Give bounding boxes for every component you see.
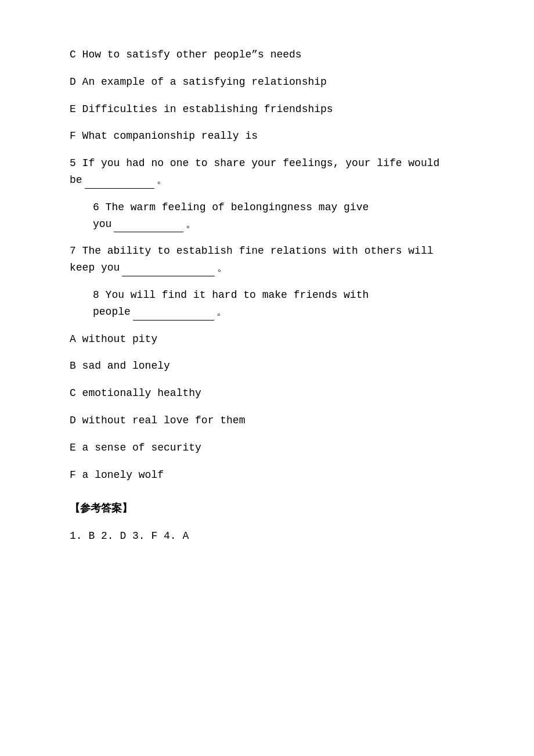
option-c-text: C How to satisfy other people”s needs	[70, 49, 302, 60]
q5-blank	[85, 188, 154, 189]
q7-blank	[122, 276, 215, 276]
option-d-line: D An example of a satisfying relationshi…	[46, 74, 488, 91]
q8-first-line: 8 You will find it hard to make friends …	[93, 287, 488, 304]
ref-answer-line: 1. B 2. D 3. F 4. A	[46, 528, 488, 545]
ans-a-line: A without pity	[46, 331, 488, 348]
ans-e-text: E a sense of security	[70, 442, 201, 453]
question-6: 6 The warm feeling of belongingness may …	[46, 199, 488, 233]
question-8: 8 You will find it hard to make friends …	[46, 287, 488, 321]
option-d-text: D An example of a satisfying relationshi…	[70, 76, 327, 88]
ans-e-line: E a sense of security	[46, 440, 488, 456]
q6-blank	[114, 232, 183, 232]
q6-first-line: 6 The warm feeling of belongingness may …	[93, 199, 488, 216]
ref-label-line: 【参考答案】	[46, 501, 488, 517]
ans-b-line: B sad and lonely	[46, 358, 488, 375]
q8-second-line: people。	[93, 304, 488, 321]
ref-answer-text: 1. B 2. D 3. F 4. A	[70, 530, 189, 542]
option-f-line: F What companionship really is	[46, 128, 488, 145]
ans-c-line: C emotionally healthy	[46, 385, 488, 402]
option-e-line: E Difficulties in establishing friendshi…	[46, 101, 488, 118]
q5-first-line: 5 If you had no one to share your feelin…	[70, 155, 488, 172]
reference-answer-section: 【参考答案】 1. B 2. D 3. F 4. A	[46, 501, 488, 545]
option-f-text: F What companionship really is	[70, 130, 258, 142]
ans-a-text: A without pity	[70, 333, 157, 345]
q7-second-line: keep you。	[70, 260, 488, 276]
q6-second-line: you。	[93, 216, 488, 233]
ans-b-text: B sad and lonely	[70, 360, 170, 372]
ans-f-line: F a lonely wolf	[46, 467, 488, 484]
ans-f-text: F a lonely wolf	[70, 469, 164, 481]
page-content: C How to satisfy other people”s needs D …	[0, 0, 534, 590]
ans-d-text: D without real love for them	[70, 415, 245, 426]
ans-c-text: C emotionally healthy	[70, 387, 201, 399]
q7-first-line: 7 The ability to establish fine relation…	[70, 243, 488, 260]
q8-blank	[133, 320, 214, 321]
ans-d-line: D without real love for them	[46, 412, 488, 429]
q5-second-line: be。	[70, 172, 488, 189]
option-c-line: C How to satisfy other people”s needs	[46, 46, 488, 63]
question-5: 5 If you had no one to share your feelin…	[46, 155, 488, 189]
option-e-text: E Difficulties in establishing friendshi…	[70, 103, 333, 115]
question-7: 7 The ability to establish fine relation…	[46, 243, 488, 276]
ref-label: 【参考答案】	[70, 503, 132, 514]
